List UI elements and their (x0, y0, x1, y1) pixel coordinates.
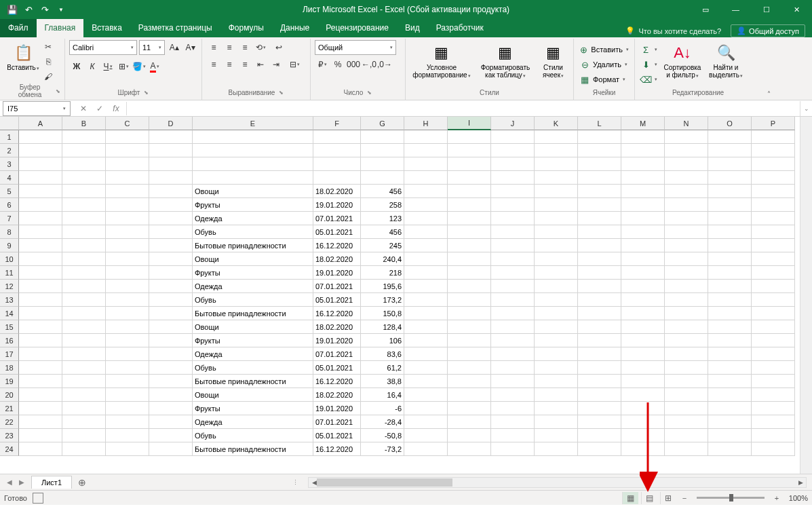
dialog-launcher-icon[interactable]: ⬊ (56, 88, 60, 94)
shrink-font-icon[interactable]: A▾ (183, 40, 197, 55)
paste-button[interactable]: 📋 Вставить▾ (8, 40, 38, 73)
cell[interactable] (621, 185, 665, 198)
cell[interactable]: 258 (361, 198, 404, 212)
cell[interactable] (621, 252, 665, 266)
cell[interactable] (665, 252, 708, 266)
cell[interactable] (404, 280, 448, 293)
cell[interactable] (535, 171, 578, 185)
cell[interactable] (313, 130, 361, 144)
page-break-view-icon[interactable]: ⊞ (660, 492, 676, 504)
cell[interactable] (752, 402, 795, 415)
tab-developer[interactable]: Разработчик (428, 19, 492, 37)
cell[interactable] (149, 402, 193, 415)
cell[interactable] (578, 293, 621, 307)
cell[interactable]: Овощи (193, 320, 313, 334)
cell[interactable] (621, 266, 665, 280)
cancel-formula-icon[interactable]: ✕ (76, 102, 91, 115)
cell[interactable] (19, 429, 62, 442)
bold-button[interactable]: Ж (69, 59, 84, 74)
cell[interactable] (361, 157, 404, 171)
cell[interactable] (19, 388, 62, 402)
cell[interactable] (578, 171, 621, 185)
cell[interactable]: Обувь (193, 225, 313, 239)
cell[interactable]: 456 (361, 185, 404, 198)
cell[interactable] (752, 239, 795, 252)
col-header-D[interactable]: D (149, 117, 193, 130)
comma-icon[interactable]: 000 (346, 57, 361, 72)
zoom-slider[interactable] (697, 497, 765, 499)
row-header[interactable]: 21 (0, 402, 19, 415)
cell[interactable] (535, 442, 578, 456)
row-header[interactable]: 3 (0, 157, 19, 171)
cell[interactable] (491, 171, 535, 185)
tab-home[interactable]: Главная (37, 19, 84, 37)
cell[interactable] (313, 144, 361, 157)
col-header-O[interactable]: O (708, 117, 752, 130)
fill-button[interactable]: ⬇▾ (639, 58, 659, 71)
dialog-launcher-icon[interactable]: ⬊ (144, 90, 149, 96)
row-header[interactable]: 15 (0, 320, 19, 334)
cell[interactable] (448, 198, 491, 212)
cell[interactable] (149, 293, 193, 307)
row-header[interactable]: 2 (0, 144, 19, 157)
cell[interactable] (62, 307, 106, 320)
row-header[interactable]: 13 (0, 293, 19, 307)
cell[interactable] (404, 266, 448, 280)
horizontal-scrollbar[interactable]: ◀ ▶ (308, 477, 807, 488)
row-header[interactable]: 10 (0, 252, 19, 266)
cell[interactable] (621, 280, 665, 293)
collapse-ribbon-icon[interactable]: ˄ (767, 90, 771, 98)
row-header[interactable]: 20 (0, 388, 19, 402)
cell[interactable] (149, 442, 193, 456)
cell[interactable] (621, 388, 665, 402)
cell[interactable] (535, 361, 578, 375)
vertical-scrollbar[interactable] (800, 117, 812, 474)
format-as-table-button[interactable]: ▦ Форматировать как таблицу▾ (476, 40, 535, 81)
cell[interactable] (404, 334, 448, 347)
sort-filter-button[interactable]: A↓ Сортировка и фильтр▾ (661, 40, 703, 81)
cell[interactable]: 128,4 (361, 320, 404, 334)
cell[interactable] (193, 130, 313, 144)
cell[interactable] (62, 334, 106, 347)
cell[interactable] (149, 252, 193, 266)
cell[interactable] (19, 442, 62, 456)
cell[interactable] (19, 280, 62, 293)
cell[interactable] (578, 266, 621, 280)
cell[interactable] (448, 320, 491, 334)
cell[interactable] (578, 388, 621, 402)
cell[interactable] (752, 388, 795, 402)
cell[interactable] (62, 347, 106, 361)
cell[interactable] (535, 212, 578, 225)
cell[interactable] (752, 293, 795, 307)
cell[interactable] (404, 198, 448, 212)
cell[interactable] (106, 320, 149, 334)
percent-icon[interactable]: % (330, 57, 345, 72)
cell[interactable] (149, 347, 193, 361)
cell[interactable] (62, 361, 106, 375)
cell[interactable] (708, 280, 752, 293)
cell[interactable] (106, 185, 149, 198)
cell[interactable] (578, 415, 621, 429)
cell[interactable] (665, 293, 708, 307)
cell[interactable] (19, 415, 62, 429)
cell[interactable] (404, 415, 448, 429)
cell[interactable] (62, 212, 106, 225)
cell[interactable] (19, 293, 62, 307)
cell[interactable] (578, 320, 621, 334)
cell[interactable] (708, 239, 752, 252)
cell[interactable] (448, 334, 491, 347)
cell[interactable] (62, 266, 106, 280)
cell[interactable]: Фрукты (193, 334, 313, 347)
cell[interactable] (708, 442, 752, 456)
tab-view[interactable]: Вид (397, 19, 428, 37)
cell[interactable] (62, 415, 106, 429)
cell[interactable] (752, 252, 795, 266)
cell[interactable] (665, 198, 708, 212)
cell[interactable] (535, 185, 578, 198)
cell[interactable] (404, 320, 448, 334)
cell[interactable] (752, 347, 795, 361)
cell[interactable] (578, 212, 621, 225)
cell[interactable] (535, 239, 578, 252)
cell[interactable] (149, 334, 193, 347)
cell[interactable] (106, 212, 149, 225)
